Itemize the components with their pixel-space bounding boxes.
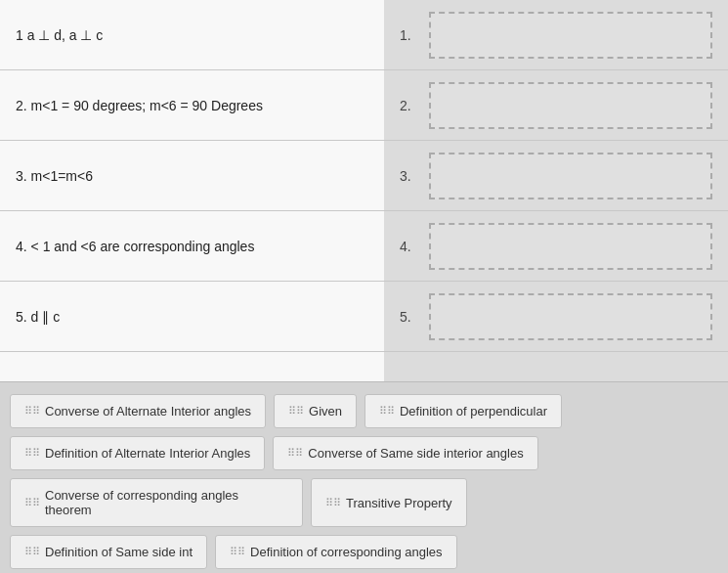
tiles-row-1: ⠿⠿ Converse of Alternate Interior angles…	[10, 394, 718, 428]
proof-table: 1 a ⊥ d, a ⊥ c 2. m<1 = 90 degrees; m<6 …	[0, 0, 728, 381]
tile-label: Converse of Same side interior angles	[308, 446, 523, 461]
reasons-column: 1. 2. 3. 4. 5.	[384, 0, 728, 381]
tile-label: Converse of corresponding angles theorem	[45, 488, 288, 517]
tile-label: Given	[309, 404, 342, 419]
reason-dropzone-2[interactable]	[429, 82, 712, 129]
drag-handle-icon: ⠿⠿	[24, 546, 40, 558]
statement-2-text: 2. m<1 = 90 degrees; m<6 = 90 Degrees	[16, 98, 263, 113]
statements-column: 1 a ⊥ d, a ⊥ c 2. m<1 = 90 degrees; m<6 …	[0, 0, 384, 381]
tile-converse-same-side[interactable]: ⠿⠿ Converse of Same side interior angles	[273, 436, 537, 470]
tile-transitive[interactable]: ⠿⠿ Transitive Property	[311, 478, 467, 527]
drag-handle-icon: ⠿⠿	[24, 447, 40, 460]
tile-label: Definition of corresponding angles	[250, 545, 443, 559]
reason-dropzone-4[interactable]	[429, 223, 712, 270]
drag-handle-icon: ⠿⠿	[288, 405, 304, 418]
reason-row-1: 1.	[384, 0, 728, 70]
tile-def-perpendicular[interactable]: ⠿⠿ Definition of perpendicular	[364, 394, 562, 428]
reason-row-5: 5.	[384, 282, 728, 352]
reason-num-5: 5.	[400, 309, 421, 325]
statement-1-text: 1 a ⊥ d, a ⊥ c	[16, 27, 103, 43]
tile-given[interactable]: ⠿⠿ Given	[274, 394, 357, 428]
reason-dropzone-1[interactable]	[429, 12, 712, 59]
tile-label: Definition of perpendicular	[400, 404, 547, 419]
tile-def-alt-interior[interactable]: ⠿⠿ Definition of Alternate Interior Angl…	[10, 436, 265, 470]
tile-label: Transitive Property	[346, 496, 452, 510]
drag-handle-icon: ⠿⠿	[24, 497, 40, 509]
tile-converse-alt-interior[interactable]: ⠿⠿ Converse of Alternate Interior angles	[10, 394, 266, 428]
reason-row-3: 3.	[384, 141, 728, 211]
tile-converse-corresponding[interactable]: ⠿⠿ Converse of corresponding angles theo…	[10, 478, 303, 527]
statement-3-text: 3. m<1=m<6	[16, 168, 93, 184]
drag-handle-icon: ⠿⠿	[287, 447, 303, 460]
reason-row-4: 4.	[384, 211, 728, 282]
statement-row-4: 4. < 1 and <6 are corresponding angles	[0, 211, 384, 282]
reason-dropzone-3[interactable]	[429, 153, 712, 199]
tiles-row-2: ⠿⠿ Definition of Alternate Interior Angl…	[10, 436, 718, 470]
statement-row-5: 5. d ∥ c	[0, 282, 384, 352]
tile-label: Definition of Alternate Interior Angles	[45, 446, 250, 461]
tiles-row-4: ⠿⠿ Definition of Same side int ⠿⠿ Defini…	[10, 535, 718, 569]
statement-row-3: 3. m<1=m<6	[0, 141, 384, 211]
tile-label: Definition of Same side int	[45, 545, 193, 559]
statement-5-text: 5. d ∥ c	[16, 309, 60, 325]
tile-label: Converse of Alternate Interior angles	[45, 404, 251, 419]
reason-row-2: 2.	[384, 70, 728, 141]
drag-handle-icon: ⠿⠿	[379, 405, 395, 418]
drag-handle-icon: ⠿⠿	[230, 546, 245, 558]
page-wrapper: 1 a ⊥ d, a ⊥ c 2. m<1 = 90 degrees; m<6 …	[0, 0, 728, 573]
statement-4-text: 4. < 1 and <6 are corresponding angles	[16, 239, 254, 254]
tile-def-corresponding[interactable]: ⠿⠿ Definition of corresponding angles	[215, 535, 457, 569]
reason-num-1: 1.	[400, 27, 421, 43]
statement-row-2: 2. m<1 = 90 degrees; m<6 = 90 Degrees	[0, 70, 384, 141]
tiles-row-3: ⠿⠿ Converse of corresponding angles theo…	[10, 478, 718, 527]
reason-num-4: 4.	[400, 239, 421, 254]
reason-num-3: 3.	[400, 168, 421, 184]
drag-handle-icon: ⠿⠿	[325, 497, 341, 509]
tiles-area: ⠿⠿ Converse of Alternate Interior angles…	[0, 381, 728, 573]
tile-def-same-side[interactable]: ⠿⠿ Definition of Same side int	[10, 535, 207, 569]
drag-handle-icon: ⠿⠿	[24, 405, 40, 418]
statement-row-1: 1 a ⊥ d, a ⊥ c	[0, 0, 384, 70]
reason-num-2: 2.	[400, 98, 421, 113]
reason-dropzone-5[interactable]	[429, 293, 712, 340]
